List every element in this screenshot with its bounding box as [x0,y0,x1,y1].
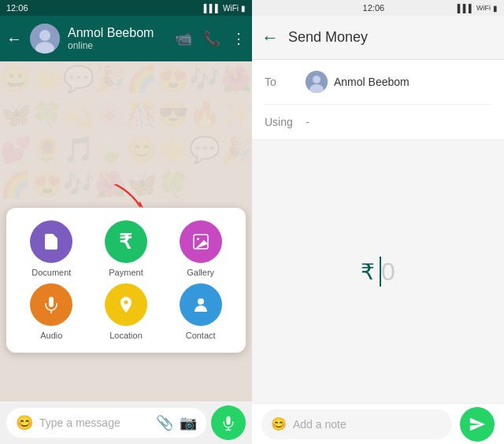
send-money-header: ← Send Money [252,16,504,60]
camera-icon[interactable]: 📷 [180,414,197,431]
attachment-item-contact[interactable]: Contact [163,283,238,340]
note-bar: 😊 Add a note [252,403,504,444]
emoji-icon[interactable]: 😊 [16,414,33,431]
rupee-symbol: ₹ [361,259,375,285]
using-value: - [306,116,309,128]
status-icons-right: ▌▌▌ WiFi ▮ [458,4,498,13]
signal-icon-right: ▌▌▌ [458,4,474,13]
svg-point-8 [198,298,204,305]
attachment-grid: Document ₹ Payment Gallery [14,220,238,340]
attachment-item-document[interactable]: Document [14,220,89,277]
red-arrow-indicator [107,184,146,211]
svg-point-1 [39,30,50,41]
gallery-icon [180,220,222,263]
attachment-item-gallery[interactable]: Gallery [163,220,238,277]
amount-input-display: 0 [378,257,395,287]
svg-point-7 [124,301,128,305]
contact-avatar [30,24,60,54]
using-label: Using [265,116,296,128]
chat-bottom-bar: 😊 Type a message 📎 📷 [0,401,252,444]
amount-display: ₹ 0 [361,257,395,287]
right-send-money-panel: 12:06 ▌▌▌ WiFi ▮ ← Send Money To Anmol [252,0,504,444]
attachment-item-audio[interactable]: Audio [14,283,89,340]
amount-value: 0 [381,257,395,287]
recipient-name: Anmol Beebom [334,76,410,88]
payment-label: Payment [109,268,143,277]
chat-header: ← Anmol Beebom online 📹 📞 ⋮ [0,16,252,61]
video-call-icon[interactable]: 📹 [175,30,192,47]
voice-call-icon[interactable]: 📞 [203,30,220,47]
wifi-icon-right: WiFi [476,4,491,12]
message-placeholder: Type a message [39,416,150,429]
status-bar-right: 12:06 ▌▌▌ WiFi ▮ [252,0,504,16]
recipient-avatar [306,71,328,93]
back-icon-right[interactable]: ← [261,28,279,48]
document-label: Document [32,268,71,277]
left-chat-panel: 12:06 ▌▌▌ WiFi ▮ ← Anmol Beebom online 📹… [0,0,252,444]
audio-icon [30,283,72,326]
message-input-area[interactable]: 😊 Type a message 📎 📷 [6,408,206,438]
attachment-popup: Document ₹ Payment Gallery [6,208,246,353]
contact-status: online [68,40,167,51]
to-label: To [265,76,296,88]
header-action-icons: 📹 📞 ⋮ [175,30,246,47]
status-time-left: 12:06 [6,3,28,13]
document-icon [30,220,72,263]
payment-icon: ₹ [105,220,147,263]
mic-button[interactable] [211,405,246,440]
attachment-item-payment[interactable]: ₹ Payment [89,220,164,277]
contact-info: Anmol Beebom online [68,26,167,51]
audio-label: Audio [40,331,62,340]
send-payment-button[interactable] [460,407,495,442]
location-icon [105,283,147,326]
battery-icon: ▮ [241,4,246,13]
chat-area: 😀🌟💬🎉🌈😍🎶🌺🦋🍀💫🌸🎊😎🔥✨💕🌻🎵🍃😊🌟💬🎉🌈😍🎶🌺🦋🍀 Some neve… [0,61,252,401]
contact-name: Anmol Beebom [68,26,167,40]
svg-point-5 [197,238,199,240]
signal-icon: ▌▌▌ [204,4,220,13]
battery-icon-right: ▮ [493,4,498,13]
wifi-icon: WiFi [223,4,239,13]
status-bar-left: 12:06 ▌▌▌ WiFi ▮ [0,0,252,16]
svg-point-12 [313,76,321,83]
status-time-right: 12:06 [363,3,385,13]
status-icons-left: ▌▌▌ WiFi ▮ [204,4,246,13]
menu-icon[interactable]: ⋮ [232,30,246,47]
send-money-form: To Anmol Beebom Using - [252,60,504,140]
gallery-label: Gallery [187,268,214,277]
recipient-value: Anmol Beebom [306,71,410,93]
send-money-title: Send Money [288,29,368,46]
to-row: To Anmol Beebom [265,60,491,105]
contact-label: Contact [186,331,216,340]
note-emoji-icon[interactable]: 😊 [271,416,287,431]
attachment-item-location[interactable]: Location [89,283,164,340]
using-row: Using - [265,105,491,139]
back-icon-left[interactable]: ← [6,30,22,48]
location-label: Location [109,331,143,340]
amount-area[interactable]: ₹ 0 [252,140,504,403]
note-placeholder: Add a note [293,418,346,431]
attach-icon[interactable]: 📎 [156,414,173,431]
note-input-area[interactable]: 😊 Add a note [261,409,452,439]
contact-icon [180,283,222,326]
